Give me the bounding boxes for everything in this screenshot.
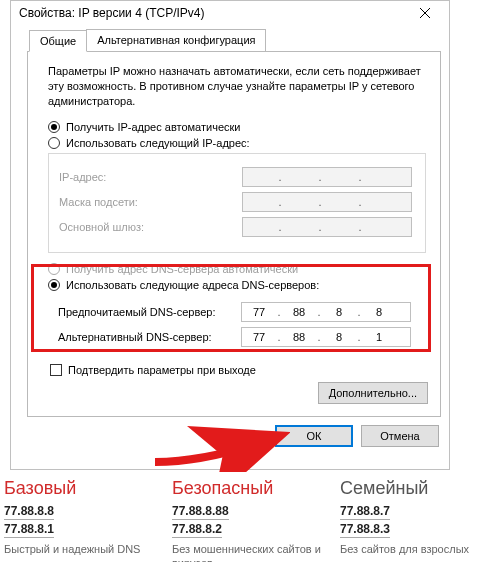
subnet-mask-input: ... bbox=[242, 192, 412, 212]
gateway-input: ... bbox=[242, 217, 412, 237]
confirm-on-exit-label: Подтвердить параметры при выходе bbox=[68, 364, 256, 376]
dns-alt-label: Альтернативный DNS-сервер: bbox=[58, 331, 233, 343]
profile-ip: 77.88.8.1 bbox=[4, 522, 54, 538]
titlebar: Свойства: IP версии 4 (TCP/IPv4) bbox=[11, 1, 449, 25]
dns-fields-group: Предпочитаемый DNS-сервер: 77. 88. 8. 8 … bbox=[48, 295, 426, 354]
dns-auto-label: Получить адрес DNS-сервера автоматически bbox=[66, 263, 298, 275]
ip-addr-input: ... bbox=[242, 167, 412, 187]
confirm-on-exit-checkbox[interactable]: Подтвердить параметры при выходе bbox=[50, 364, 428, 376]
profile-title: Безопасный bbox=[172, 478, 328, 499]
tab-general[interactable]: Общие bbox=[29, 30, 87, 52]
subnet-mask-label: Маска подсети: bbox=[59, 196, 234, 208]
radio-icon bbox=[48, 137, 60, 149]
window-title: Свойства: IP версии 4 (TCP/IPv4) bbox=[19, 6, 205, 20]
profile-ip: 77.88.8.2 bbox=[172, 522, 222, 538]
profile-caption: Быстрый и надежный DNS bbox=[4, 543, 160, 557]
profile-ip: 77.88.8.88 bbox=[172, 504, 229, 520]
dns-pref-input[interactable]: 77. 88. 8. 8 bbox=[241, 302, 411, 322]
ip-manual-label: Использовать следующий IP-адрес: bbox=[66, 137, 250, 149]
dns-manual-radio-row[interactable]: Использовать следующие адреса DNS-сервер… bbox=[48, 279, 428, 291]
dns-profiles: Базовый 77.88.8.8 77.88.8.1 Быстрый и на… bbox=[0, 478, 500, 562]
checkbox-icon bbox=[50, 364, 62, 376]
profile-title: Базовый bbox=[4, 478, 160, 499]
ip-fields-group: IP-адрес: ... Маска подсети: ... Основно… bbox=[48, 153, 426, 253]
ip-addr-label: IP-адрес: bbox=[59, 171, 234, 183]
ok-button[interactable]: ОК bbox=[275, 425, 353, 447]
ip-auto-radio-row[interactable]: Получить IP-адрес автоматически bbox=[48, 121, 428, 133]
radio-icon bbox=[48, 279, 60, 291]
profile-family: Семейный 77.88.8.7 77.88.8.3 Без сайтов … bbox=[340, 478, 496, 562]
close-icon bbox=[420, 8, 430, 18]
advanced-button[interactable]: Дополнительно... bbox=[318, 382, 428, 404]
gateway-label: Основной шлюз: bbox=[59, 221, 234, 233]
cancel-button[interactable]: Отмена bbox=[361, 425, 439, 447]
ip-manual-radio-row[interactable]: Использовать следующий IP-адрес: bbox=[48, 137, 428, 149]
profile-safe: Безопасный 77.88.8.88 77.88.8.2 Без моше… bbox=[172, 478, 328, 562]
close-button[interactable] bbox=[407, 3, 443, 23]
dialog-buttons: ОК Отмена bbox=[11, 425, 439, 447]
general-panel: Параметры IP можно назначать автоматичес… bbox=[27, 51, 441, 417]
radio-icon bbox=[48, 263, 60, 275]
profile-title: Семейный bbox=[340, 478, 496, 499]
tab-alt-config[interactable]: Альтернативная конфигурация bbox=[86, 29, 266, 51]
ip-auto-label: Получить IP-адрес автоматически bbox=[66, 121, 240, 133]
ipv4-properties-window: Свойства: IP версии 4 (TCP/IPv4) Общие А… bbox=[10, 0, 450, 470]
dns-manual-label: Использовать следующие адреса DNS-сервер… bbox=[66, 279, 319, 291]
profile-ip: 77.88.8.3 bbox=[340, 522, 390, 538]
dns-alt-input[interactable]: 77. 88. 8. 1 bbox=[241, 327, 411, 347]
description-text: Параметры IP можно назначать автоматичес… bbox=[48, 64, 424, 109]
profile-ip: 77.88.8.8 bbox=[4, 504, 54, 520]
profile-basic: Базовый 77.88.8.8 77.88.8.1 Быстрый и на… bbox=[4, 478, 160, 562]
tabs: Общие Альтернативная конфигурация bbox=[29, 29, 441, 51]
profile-caption: Без сайтов для взрослых bbox=[340, 543, 496, 557]
radio-icon bbox=[48, 121, 60, 133]
profile-caption: Без мошеннических сайтов и вирусов bbox=[172, 543, 328, 562]
dns-auto-radio-row[interactable]: Получить адрес DNS-сервера автоматически bbox=[48, 263, 428, 275]
profile-ip: 77.88.8.7 bbox=[340, 504, 390, 520]
dns-pref-label: Предпочитаемый DNS-сервер: bbox=[58, 306, 233, 318]
